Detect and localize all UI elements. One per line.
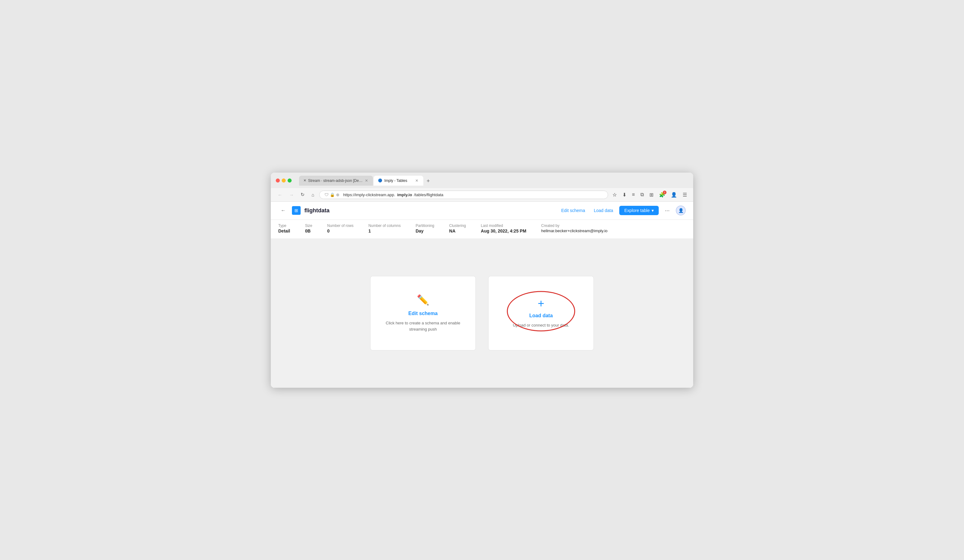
address-bar[interactable]: 🛡 🔒 ⊕ https://imply-clickstream.app.impl… — [319, 191, 608, 199]
home-button[interactable]: ⌂ — [309, 191, 316, 199]
meta-partitioning: Partitioning Day — [415, 224, 434, 234]
meta-rows-value: 0 — [327, 229, 353, 234]
edit-schema-button[interactable]: Edit schema — [559, 206, 588, 215]
meta-columns-label: Number of columns — [368, 224, 401, 228]
meta-clustering: Clustering NA — [449, 224, 466, 234]
load-data-card-title: Load data — [529, 313, 553, 318]
extension-icon[interactable]: 🧩 1 — [658, 191, 666, 199]
app-content: ← ⊞ flightdata Edit schema Load data Exp… — [271, 202, 693, 388]
app-header: ← ⊞ flightdata Edit schema Load data Exp… — [271, 202, 693, 220]
url-suffix: /tables/flightdata — [414, 192, 443, 197]
stream-tab-label: Stream · stream-adsb-json [De… — [308, 179, 362, 183]
minimize-traffic-light[interactable] — [282, 179, 286, 183]
meta-last-modified: Last modified Aug 30, 2022, 4:25 PM — [481, 224, 526, 234]
load-data-card-desc: Upload or connect to your data. — [513, 322, 569, 328]
pocket-icon[interactable]: ⬇ — [621, 191, 628, 199]
meta-size-label: Size — [305, 224, 312, 228]
forward-button[interactable]: → — [287, 191, 296, 199]
edit-schema-card-desc: Click here to create a schema and enable… — [381, 320, 466, 332]
meta-clustering-label: Clustering — [449, 224, 466, 228]
cards-row: ✏️ Edit schema Click here to create a sc… — [370, 276, 594, 351]
meta-last-modified-label: Last modified — [481, 224, 526, 228]
edit-schema-card-title: Edit schema — [409, 311, 438, 317]
chevron-down-icon: ▾ — [651, 208, 654, 213]
explore-table-button[interactable]: Explore table ▾ — [619, 206, 659, 215]
lock-icon: 🔒 — [330, 192, 335, 197]
header-actions: Edit schema Load data Explore table ▾ ··… — [559, 206, 686, 216]
nav-bar: ← → ↻ ⌂ 🛡 🔒 ⊕ https://imply-clickstream.… — [271, 188, 693, 202]
tab-stream[interactable]: ✕ Stream · stream-adsb-json [De… ✕ — [299, 176, 373, 186]
meta-created-by-value: hellmar.becker+clickstream@imply.io — [541, 229, 607, 233]
url-domain: imply.io — [397, 192, 412, 197]
meta-created-by-label: Created by — [541, 224, 607, 228]
meta-last-modified-value: Aug 30, 2022, 4:25 PM — [481, 229, 526, 234]
meta-type-value: Detail — [278, 229, 290, 234]
meta-type-label: Type — [278, 224, 290, 228]
meta-created-by: Created by hellmar.becker+clickstream@im… — [541, 224, 607, 234]
meta-rows-label: Number of rows — [327, 224, 353, 228]
back-button[interactable]: ← — [276, 191, 284, 199]
more-options-button[interactable]: ··· — [663, 206, 672, 216]
traffic-lights — [276, 179, 291, 183]
meta-columns-value: 1 — [368, 229, 401, 234]
title-bar: ✕ Stream · stream-adsb-json [De… ✕ 🔵 Imp… — [271, 173, 693, 188]
bookmark-icon[interactable]: ☆ — [611, 191, 618, 199]
url-prefix: https://imply-clickstream.app. — [343, 192, 395, 197]
meta-size: Size 0B — [305, 224, 312, 234]
tracking-icon: ⊕ — [336, 192, 339, 197]
meta-size-value: 0B — [305, 229, 312, 234]
main-area: ✏️ Edit schema Click here to create a sc… — [271, 239, 693, 388]
address-bar-icons: 🛡 🔒 ⊕ — [324, 192, 339, 197]
meta-partitioning-value: Day — [415, 229, 434, 234]
sync-icon[interactable]: 👤 — [669, 191, 678, 199]
meta-bar: Type Detail Size 0B Number of rows 0 Num… — [271, 220, 693, 239]
new-tab-button[interactable]: + — [424, 177, 432, 186]
grid-icon[interactable]: ⊞ — [648, 191, 655, 199]
load-data-card[interactable]: + Load data Upload or connect to your da… — [488, 276, 594, 351]
reader-icon[interactable]: ≡ — [631, 191, 636, 199]
reload-button[interactable]: ↻ — [299, 191, 306, 199]
table-icon: ⊞ — [292, 206, 301, 215]
nav-right-icons: ⬇ ≡ ⧉ ⊞ 🧩 1 👤 ☰ — [621, 191, 688, 199]
pencil-icon: ✏️ — [417, 294, 429, 306]
load-data-button[interactable]: Load data — [591, 206, 616, 215]
menu-icon[interactable]: ☰ — [681, 191, 688, 199]
explore-table-label: Explore table — [624, 208, 650, 213]
pip-icon[interactable]: ⧉ — [639, 191, 645, 199]
imply-tab-close[interactable]: ✕ — [415, 178, 419, 183]
meta-columns: Number of columns 1 — [368, 224, 401, 234]
close-traffic-light[interactable] — [276, 179, 280, 183]
meta-rows: Number of rows 0 — [327, 224, 353, 234]
maximize-traffic-light[interactable] — [288, 179, 291, 183]
meta-clustering-value: NA — [449, 229, 466, 234]
avatar[interactable]: 👤 — [676, 206, 686, 216]
shield-icon: 🛡 — [324, 192, 329, 197]
imply-tab-label: Imply - Tables — [384, 179, 413, 183]
tab-imply[interactable]: 🔵 Imply - Tables ✕ — [374, 176, 423, 186]
browser-window: ✕ Stream · stream-adsb-json [De… ✕ 🔵 Imp… — [271, 173, 693, 388]
app-back-button[interactable]: ← — [278, 206, 288, 214]
meta-type: Type Detail — [278, 224, 290, 234]
plus-icon: + — [537, 298, 544, 309]
stream-tab-icon: ✕ — [303, 179, 306, 183]
meta-partitioning-label: Partitioning — [415, 224, 434, 228]
extension-badge: 1 — [663, 191, 666, 194]
stream-tab-close[interactable]: ✕ — [364, 178, 369, 183]
tabs-row: ✕ Stream · stream-adsb-json [De… ✕ 🔵 Imp… — [299, 176, 432, 186]
edit-schema-card[interactable]: ✏️ Edit schema Click here to create a sc… — [370, 276, 476, 351]
page-title: flightdata — [305, 207, 555, 214]
imply-tab-icon: 🔵 — [378, 179, 382, 183]
